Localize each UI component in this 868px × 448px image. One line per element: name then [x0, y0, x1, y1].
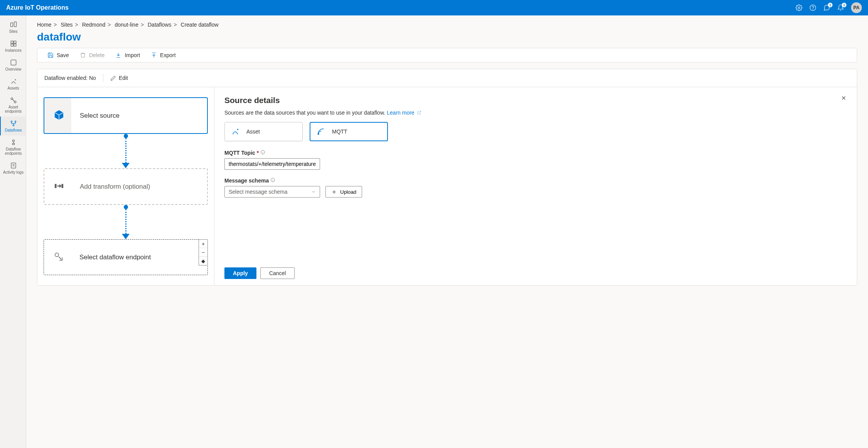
source-details-panel: Source details Sources are the data sour…	[214, 87, 857, 285]
details-title: Source details	[224, 96, 847, 105]
topbar: Azure IoT Operations 1 1 PA	[0, 0, 868, 15]
close-icon	[841, 95, 847, 101]
external-link-icon	[417, 110, 421, 115]
endpoint-icon	[53, 251, 64, 263]
divider	[103, 74, 103, 82]
breadcrumb: Home> Sites> Redmond> donut-line> Datafl…	[37, 22, 857, 28]
endpoint-node-title: Select dataflow endpoint	[79, 254, 151, 261]
page-title: dataflow	[37, 31, 857, 43]
export-icon	[151, 52, 157, 58]
sidebar-label: Dataflow endpoints	[2, 147, 25, 156]
cancel-button[interactable]: Cancel	[260, 267, 295, 279]
sidebar-item-dataflows[interactable]: Dataflows	[0, 117, 26, 135]
svg-rect-19	[55, 184, 57, 188]
svg-point-10	[15, 79, 16, 80]
sidebar-item-sites[interactable]: Sites	[0, 18, 26, 37]
connector	[122, 134, 130, 168]
info-icon[interactable]	[270, 178, 275, 184]
upload-button[interactable]: Upload	[325, 186, 362, 198]
svg-point-16	[12, 140, 14, 142]
sidebar-label: Instances	[5, 48, 22, 52]
sidebar-item-overview[interactable]: Overview	[0, 56, 26, 74]
endpoint-controls: + − ◆	[199, 239, 208, 265]
sidebar-label: Overview	[5, 67, 22, 71]
delete-icon	[80, 52, 86, 58]
import-icon	[115, 52, 121, 58]
crumb-sites[interactable]: Sites	[61, 22, 72, 28]
sidebar-item-asset-endpoints[interactable]: Asset endpoints	[0, 93, 26, 117]
transform-node[interactable]: Add transform (optional)	[44, 168, 208, 205]
endpoint-handle[interactable]: ◆	[199, 257, 207, 265]
feedback-badge: 1	[828, 3, 833, 7]
cube-icon	[54, 110, 64, 122]
tile-asset[interactable]: Asset	[224, 122, 303, 141]
edit-icon	[110, 75, 116, 81]
mqtt-topic-input[interactable]	[224, 158, 320, 170]
svg-rect-7	[11, 44, 13, 46]
chevron-down-icon	[311, 189, 316, 194]
crumb-current: Create dataflow	[181, 22, 219, 28]
mqtt-icon	[317, 127, 325, 136]
svg-rect-5	[11, 41, 13, 43]
endpoint-node[interactable]: Select dataflow endpoint + − ◆	[44, 239, 208, 275]
save-button[interactable]: Save	[47, 52, 69, 58]
feedback-icon[interactable]: 1	[823, 4, 830, 11]
svg-rect-9	[11, 60, 16, 65]
transform-icon	[54, 181, 64, 193]
svg-point-15	[13, 125, 14, 126]
sidebar-item-activity-logs[interactable]: Activity logs	[0, 159, 26, 178]
add-endpoint-button[interactable]: +	[199, 240, 207, 248]
svg-point-22	[238, 129, 238, 130]
plus-icon	[331, 189, 337, 195]
svg-point-0	[798, 7, 800, 9]
details-desc: Sources are the data sources that you wa…	[224, 110, 847, 116]
connector	[122, 205, 130, 239]
sidebar-label: Assets	[7, 86, 19, 90]
notifications-badge: 1	[842, 3, 846, 7]
crumb-home[interactable]: Home	[37, 22, 51, 28]
schema-select[interactable]: Select message schema	[224, 186, 320, 198]
source-node[interactable]: Select source	[44, 97, 208, 134]
crumb-redmond[interactable]: Redmond	[82, 22, 106, 28]
sidebar-item-dataflow-endpoints[interactable]: Dataflow endpoints	[0, 135, 26, 159]
svg-point-2	[813, 9, 813, 9]
close-panel-button[interactable]	[841, 95, 847, 102]
import-button[interactable]: Import	[115, 52, 140, 58]
remove-endpoint-button[interactable]: −	[199, 248, 207, 257]
save-icon	[47, 52, 54, 58]
sidebar-item-instances[interactable]: Instances	[0, 37, 26, 56]
message-schema-field: Message schema Select message schema Upl…	[224, 178, 847, 198]
required-marker: *	[257, 150, 259, 156]
svg-rect-3	[10, 23, 13, 27]
svg-point-21	[55, 253, 59, 257]
svg-rect-6	[13, 41, 16, 43]
apply-button[interactable]: Apply	[224, 267, 256, 279]
info-icon[interactable]	[260, 150, 265, 156]
svg-rect-8	[13, 44, 16, 46]
notifications-icon[interactable]: 1	[837, 4, 844, 11]
help-icon[interactable]	[809, 4, 816, 11]
tile-mqtt[interactable]: MQTT	[310, 122, 388, 141]
export-button[interactable]: Export	[151, 52, 175, 58]
learn-more-link[interactable]: Learn more	[387, 110, 421, 116]
svg-point-13	[11, 121, 12, 122]
details-footer: Apply Cancel	[224, 260, 847, 279]
sidebar-label: Sites	[9, 29, 17, 34]
sidebar-label: Activity logs	[3, 170, 24, 174]
dataflow-enabled-status: Dataflow enabled: No	[44, 75, 96, 81]
transform-node-title: Add transform (optional)	[80, 183, 150, 191]
toolbar-card: Save Delete Import Export	[37, 48, 857, 63]
settings-icon[interactable]	[796, 4, 802, 11]
sidebar-item-assets[interactable]: Assets	[0, 74, 26, 93]
topbar-actions: 1 1 PA	[796, 2, 862, 13]
svg-rect-4	[14, 22, 16, 27]
svg-rect-18	[11, 163, 16, 168]
crumb-dataflows[interactable]: Dataflows	[148, 22, 171, 28]
schema-label: Message schema	[224, 178, 269, 184]
crumb-donut-line[interactable]: donut-line	[115, 22, 138, 28]
user-avatar[interactable]: PA	[851, 2, 862, 13]
mqtt-topic-field: MQTT Topic *	[224, 150, 847, 170]
mqtt-topic-label: MQTT Topic	[224, 150, 255, 156]
svg-rect-20	[62, 184, 63, 188]
edit-button[interactable]: Edit	[110, 75, 128, 81]
